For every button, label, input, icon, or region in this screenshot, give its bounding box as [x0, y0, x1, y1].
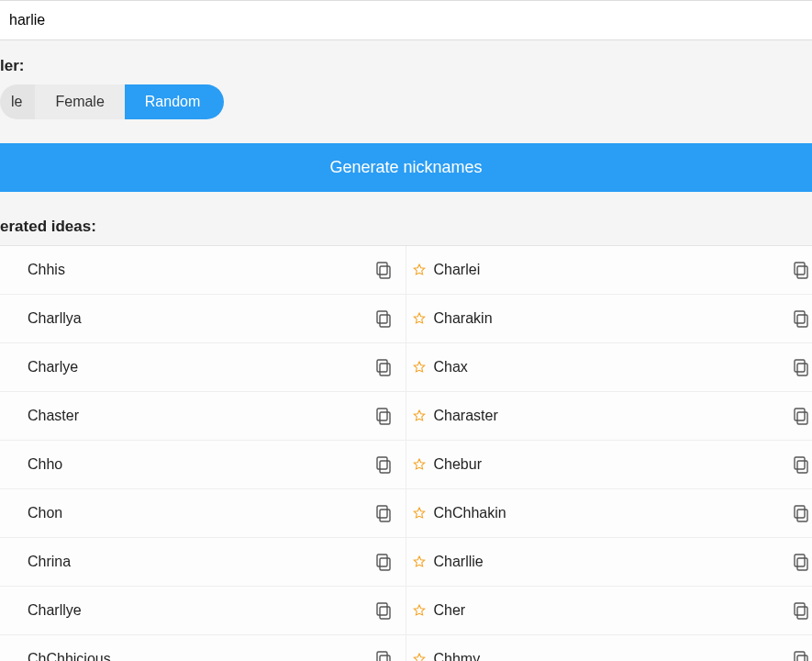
- star-icon[interactable]: [412, 311, 427, 326]
- idea-name: Chaster: [28, 408, 79, 424]
- svg-rect-27: [795, 555, 805, 566]
- ideas-grid: Chhis Charlei Charllya: [0, 245, 812, 661]
- svg-rect-15: [795, 409, 805, 420]
- ideas-label: erated ideas:: [0, 218, 812, 236]
- svg-rect-34: [797, 655, 807, 661]
- copy-icon[interactable]: [371, 500, 396, 526]
- idea-cell: Chhmy: [406, 635, 813, 661]
- gender-selector: le Female Random: [0, 84, 812, 119]
- star-icon[interactable]: [412, 555, 427, 569]
- svg-rect-26: [797, 558, 807, 570]
- copy-icon[interactable]: [371, 549, 396, 575]
- copy-icon[interactable]: [371, 598, 396, 623]
- idea-cell: Charlye: [0, 343, 406, 392]
- copy-icon[interactable]: [371, 257, 396, 283]
- svg-rect-5: [377, 311, 387, 323]
- idea-cell: Charllie: [406, 538, 813, 587]
- idea-name: Chon: [28, 505, 62, 521]
- svg-rect-24: [380, 558, 390, 570]
- svg-rect-33: [377, 652, 387, 661]
- copy-icon[interactable]: [788, 549, 812, 575]
- copy-icon[interactable]: [371, 646, 396, 661]
- svg-rect-12: [380, 412, 390, 424]
- star-icon[interactable]: [412, 360, 427, 375]
- idea-name: Charaster: [434, 408, 498, 424]
- star-icon[interactable]: [412, 409, 427, 423]
- idea-cell: Cher: [406, 587, 813, 635]
- copy-icon[interactable]: [788, 500, 812, 526]
- idea-cell: Charllya: [0, 295, 406, 343]
- gender-option-random[interactable]: Random: [125, 84, 224, 119]
- idea-cell: Chaster: [0, 392, 406, 441]
- svg-rect-9: [377, 360, 387, 372]
- idea-cell: Chax: [406, 343, 813, 392]
- svg-rect-35: [795, 652, 805, 661]
- svg-rect-18: [797, 461, 807, 473]
- svg-rect-16: [380, 461, 390, 473]
- svg-rect-2: [797, 266, 807, 278]
- svg-rect-20: [380, 510, 390, 521]
- star-icon[interactable]: [412, 506, 427, 521]
- idea-name: Cher: [434, 602, 466, 619]
- idea-name: Chho: [28, 456, 62, 473]
- svg-rect-25: [377, 555, 387, 566]
- svg-rect-8: [380, 364, 390, 375]
- idea-cell: Charlei: [406, 246, 813, 295]
- gender-option-male[interactable]: le: [0, 84, 35, 119]
- svg-rect-4: [380, 315, 390, 327]
- copy-icon[interactable]: [788, 598, 812, 623]
- svg-rect-31: [795, 603, 805, 615]
- star-icon[interactable]: [412, 652, 427, 661]
- name-input[interactable]: [0, 0, 812, 40]
- generate-button[interactable]: Generate nicknames: [0, 143, 812, 192]
- idea-cell: Chrina: [0, 538, 406, 587]
- copy-icon[interactable]: [788, 452, 812, 477]
- svg-rect-22: [797, 510, 807, 521]
- copy-icon[interactable]: [788, 354, 812, 380]
- idea-name: Chhmy: [434, 651, 481, 661]
- copy-icon[interactable]: [371, 452, 396, 477]
- idea-name: Charakin: [434, 310, 493, 327]
- idea-name: Charlye: [28, 359, 78, 375]
- idea-cell: Charaster: [406, 392, 813, 441]
- svg-rect-21: [377, 506, 387, 518]
- star-icon[interactable]: [412, 263, 427, 277]
- idea-name: Chrina: [28, 554, 71, 570]
- idea-cell: Chhis: [0, 246, 406, 295]
- svg-rect-11: [795, 360, 805, 372]
- idea-name: Charllya: [28, 310, 82, 327]
- idea-cell: Chho: [0, 441, 406, 489]
- star-icon[interactable]: [412, 603, 427, 618]
- svg-rect-7: [795, 311, 805, 323]
- idea-cell: Charakin: [406, 295, 813, 343]
- idea-name: ChChhakin: [434, 505, 506, 521]
- copy-icon[interactable]: [371, 354, 396, 380]
- copy-icon[interactable]: [788, 646, 812, 661]
- svg-rect-23: [795, 506, 805, 518]
- svg-rect-10: [797, 364, 807, 375]
- idea-name: Chax: [434, 359, 468, 375]
- copy-icon[interactable]: [371, 403, 396, 429]
- gender-label: ler:: [0, 57, 812, 75]
- idea-cell: Chebur: [406, 441, 813, 489]
- idea-cell: Chon: [0, 489, 406, 538]
- idea-cell: ChChhicious: [0, 635, 406, 661]
- copy-icon[interactable]: [788, 306, 812, 331]
- copy-icon[interactable]: [788, 403, 812, 429]
- copy-icon[interactable]: [371, 306, 396, 331]
- idea-name: Charllye: [28, 602, 82, 619]
- svg-rect-30: [797, 607, 807, 619]
- idea-name: Charlei: [434, 262, 481, 278]
- copy-icon[interactable]: [788, 257, 812, 283]
- svg-rect-1: [377, 263, 387, 274]
- svg-rect-28: [380, 607, 390, 619]
- svg-rect-29: [377, 603, 387, 615]
- svg-rect-0: [380, 266, 390, 278]
- gender-option-female[interactable]: Female: [35, 84, 124, 119]
- svg-rect-3: [795, 263, 805, 274]
- star-icon[interactable]: [412, 457, 427, 472]
- svg-rect-32: [380, 655, 390, 661]
- svg-rect-17: [377, 457, 387, 469]
- svg-rect-6: [797, 315, 807, 327]
- idea-cell: Charllye: [0, 587, 406, 635]
